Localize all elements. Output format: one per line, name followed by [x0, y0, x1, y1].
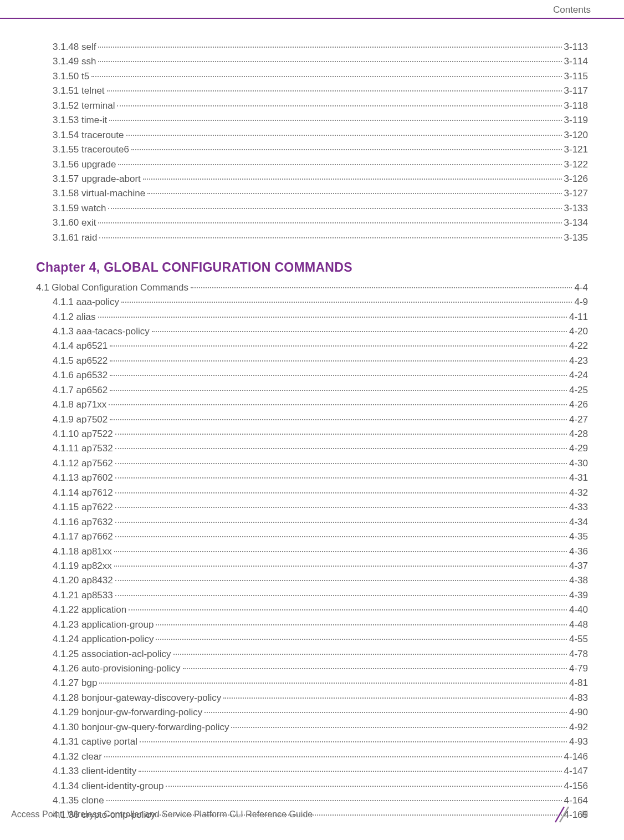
toc-entry[interactable]: 3.1.52 terminal 3-118 — [53, 100, 588, 113]
toc-entry[interactable]: 3.1.50 t5 3-115 — [53, 70, 588, 83]
toc-entry[interactable]: 3.1.51 telnet 3-117 — [53, 85, 588, 98]
toc-leader-dots — [114, 566, 567, 567]
toc-leader-dots — [98, 317, 567, 318]
toc-entry[interactable]: 4.1.4 ap6521 4-22 — [53, 340, 588, 353]
toc-entry[interactable]: 3.1.53 time-it 3-119 — [53, 114, 588, 127]
toc-entry[interactable]: 4.1.34 client-identity-group 4-156 — [53, 780, 588, 793]
toc-section3: 3.1.48 self 3-1133.1.49 ssh 3-1143.1.50 … — [36, 41, 588, 245]
toc-entry-label: 4.1.22 application — [53, 604, 126, 617]
toc-entry-page: 4-22 — [569, 340, 588, 353]
toc-entry-page: 4-39 — [569, 589, 588, 602]
toc-entry[interactable]: 3.1.49 ssh 3-114 — [53, 55, 588, 68]
toc-entry[interactable]: 4.1.16 ap7632 4-34 — [53, 516, 588, 529]
toc-entry[interactable]: 3.1.54 traceroute 3-120 — [53, 129, 588, 142]
toc-entry[interactable]: 4.1.21 ap8533 4-39 — [53, 589, 588, 602]
toc-entry-page: 3-127 — [564, 187, 588, 200]
toc-entry[interactable]: 4.1 Global Configuration Commands 4-4 — [36, 282, 588, 294]
toc-entry[interactable]: 4.1.5 ap6522 4-23 — [53, 355, 588, 368]
toc-entry-label: 4.1.4 ap6521 — [53, 340, 108, 353]
toc-entry[interactable]: 4.1.17 ap7662 4-35 — [53, 531, 588, 543]
toc-entry[interactable]: 4.1.18 ap81xx 4-36 — [53, 546, 588, 558]
toc-entry-label: 3.1.50 t5 — [53, 70, 89, 83]
toc-entry[interactable]: 4.1.6 ap6532 4-24 — [53, 369, 588, 382]
toc-entry-label: 3.1.60 exit — [53, 217, 96, 230]
toc-entry[interactable]: 3.1.56 upgrade 3-122 — [53, 159, 588, 171]
toc-entry[interactable]: 3.1.48 self 3-113 — [53, 41, 588, 54]
toc-leader-dots — [173, 654, 567, 655]
toc-entry[interactable]: 3.1.59 watch 3-133 — [53, 202, 588, 215]
toc-leader-dots — [98, 47, 561, 48]
toc-leader-dots — [110, 390, 567, 391]
toc-entry-page: 3-122 — [564, 159, 588, 171]
toc-entry-page: 4-28 — [569, 428, 588, 441]
toc-leader-dots — [126, 135, 562, 136]
toc-entry[interactable]: 4.1.7 ap6562 4-25 — [53, 384, 588, 397]
toc-entry-label: 4.1.25 association-acl-policy — [53, 648, 171, 661]
toc-leader-dots — [98, 61, 561, 62]
toc-leader-dots — [99, 237, 561, 238]
toc-entry[interactable]: 4.1.28 bonjour-gateway-discovery-policy … — [53, 692, 588, 705]
toc-entry-label: 4.1.33 client-identity — [53, 765, 136, 778]
toc-leader-dots — [131, 149, 562, 150]
toc-entry[interactable]: 3.1.61 raid 3-135 — [53, 232, 588, 245]
toc-entry-page: 4-33 — [569, 501, 588, 514]
toc-entry-page: 4-20 — [569, 325, 588, 338]
toc-entry-label: 4.1.20 ap8432 — [53, 574, 113, 587]
toc-entry[interactable]: 4.1.14 ap7612 4-32 — [53, 487, 588, 500]
toc-entry[interactable]: 3.1.57 upgrade-abort 3-126 — [53, 173, 588, 186]
toc-entry-page: 3-120 — [564, 129, 588, 142]
toc-entry[interactable]: 4.1.27 bgp 4-81 — [53, 677, 588, 690]
toc-entry[interactable]: 4.1.15 ap7622 4-33 — [53, 501, 588, 514]
toc-entry-label: 4.1.29 bonjour-gw-forwarding-policy — [53, 706, 202, 719]
toc-entry-label: 4.1.11 ap7532 — [53, 442, 113, 455]
toc-entry-label: 3.1.57 upgrade-abort — [53, 173, 141, 186]
toc-leader-dots — [191, 287, 572, 288]
toc-entry[interactable]: 4.1.9 ap7502 4-27 — [53, 414, 588, 426]
toc-entry[interactable]: 4.1.3 aaa-tacacs-policy 4-20 — [53, 325, 588, 338]
toc-entry[interactable]: 4.1.31 captive portal 4-93 — [53, 736, 588, 749]
toc-leader-dots — [98, 222, 561, 223]
toc-entry[interactable]: 4.1.20 ap8432 4-38 — [53, 574, 588, 587]
toc-entry-label: 4.1.27 bgp — [53, 677, 97, 690]
toc-entry[interactable]: 4.1.29 bonjour-gw-forwarding-policy 4-90 — [53, 706, 588, 719]
toc-entry[interactable]: 4.1.19 ap82xx 4-37 — [53, 560, 588, 573]
toc-leader-dots — [115, 507, 567, 508]
toc-entry-page: 4-90 — [569, 706, 588, 719]
toc-entry[interactable]: 4.1.10 ap7522 4-28 — [53, 428, 588, 441]
toc-entry[interactable]: 4.1.25 association-acl-policy 4-78 — [53, 648, 588, 661]
toc-entry-page: 4-78 — [569, 648, 588, 661]
toc-entry-page: 4-9 — [574, 296, 588, 309]
toc-entry-page: 3-119 — [564, 114, 588, 127]
toc-entry[interactable]: 4.1.11 ap7532 4-29 — [53, 442, 588, 455]
toc-leader-dots — [115, 580, 567, 581]
toc-entry[interactable]: 4.1.32 clear 4-146 — [53, 751, 588, 763]
toc-entry-page: 4-147 — [564, 765, 588, 778]
toc-entry[interactable]: 4.1.1 aaa-policy 4-9 — [53, 296, 588, 309]
toc-entry-label: 4.1.9 ap7502 — [53, 414, 108, 426]
toc-entry-label: 3.1.58 virtual-machine — [53, 187, 145, 200]
toc-entry[interactable]: 3.1.60 exit 3-134 — [53, 217, 588, 230]
toc-leader-dots — [118, 164, 561, 165]
toc-entry[interactable]: 4.1.2 alias 4-11 — [53, 311, 588, 324]
toc-entry[interactable]: 4.1.8 ap71xx 4-26 — [53, 399, 588, 411]
toc-entry-label: 3.1.59 watch — [53, 202, 106, 215]
toc-entry[interactable]: 3.1.55 traceroute6 3-121 — [53, 144, 588, 156]
toc-entry[interactable]: 4.1.23 application-group 4-48 — [53, 619, 588, 632]
toc-leader-dots — [115, 463, 567, 464]
toc-entry-page: 3-134 — [564, 217, 588, 230]
toc-entry[interactable]: 4.1.12 ap7562 4-30 — [53, 457, 588, 470]
toc-entry[interactable]: 4.1.26 auto-provisioning-policy 4-79 — [53, 663, 588, 675]
toc-entry-page: 3-115 — [564, 70, 588, 83]
toc-entry-page: 3-117 — [564, 85, 588, 98]
toc-entry-page: 3-118 — [564, 100, 588, 113]
toc-entry[interactable]: 4.1.22 application 4-40 — [53, 604, 588, 617]
toc-entry-label: 4.1.30 bonjour-gw-query-forwarding-polic… — [53, 721, 229, 734]
toc-entry[interactable]: 4.1.24 application-policy 4-55 — [53, 633, 588, 646]
toc-entry[interactable]: 3.1.58 virtual-machine 3-127 — [53, 187, 588, 200]
toc-entry[interactable]: 4.1.33 client-identity 4-147 — [53, 765, 588, 778]
toc-leader-dots — [121, 302, 572, 303]
toc-entry[interactable]: 4.1.13 ap7602 4-31 — [53, 472, 588, 485]
toc-entry[interactable]: 4.1.30 bonjour-gw-query-forwarding-polic… — [53, 721, 588, 734]
toc-entry-page: 4-38 — [569, 574, 588, 587]
toc-entry-page: 4-30 — [569, 457, 588, 470]
